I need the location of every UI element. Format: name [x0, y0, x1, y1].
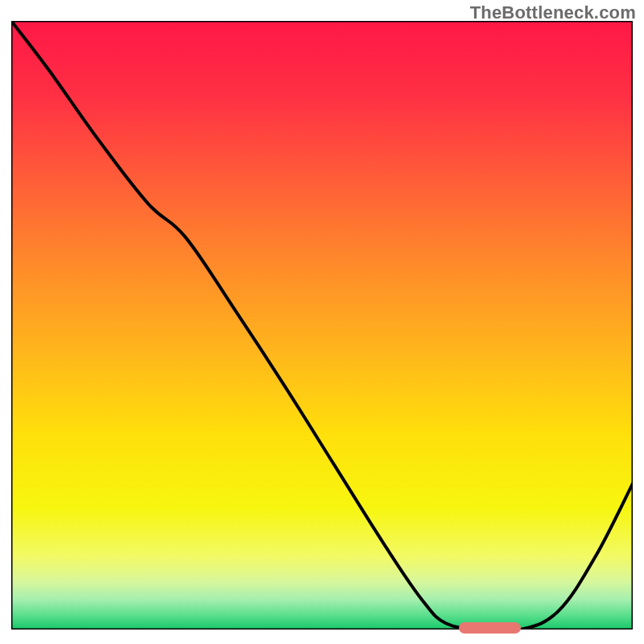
chart-svg: [11, 21, 633, 630]
plot-area: [11, 21, 633, 630]
chart-container: TheBottleneck.com: [0, 0, 644, 644]
optimal-range-marker: [459, 622, 521, 634]
gradient-background: [11, 21, 633, 630]
